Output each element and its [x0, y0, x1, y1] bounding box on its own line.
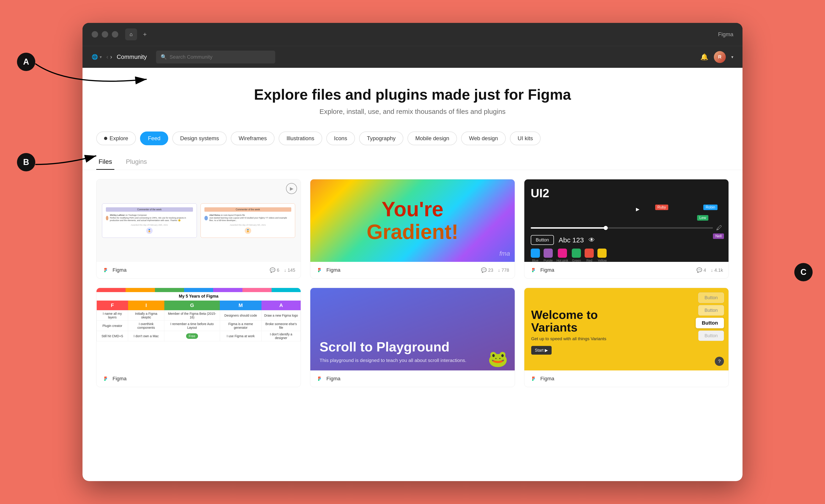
figma-logo-gradient — [316, 266, 323, 274]
ruby-badge: Ruby — [655, 204, 668, 210]
forward-button[interactable]: › — [110, 53, 112, 61]
start-button[interactable]: Start ▶ — [531, 346, 551, 355]
bingo-cell: Initially a Figma skeptic — [128, 311, 164, 321]
comment-icon: 💬 — [270, 267, 276, 273]
filter-design-systems-button[interactable]: Design systems — [172, 132, 227, 145]
nav-bar: 🌐 ▾ ‹ › Community 🔍 🔔 R ▾ — [82, 46, 743, 68]
filter-illustrations-button[interactable]: Illustrations — [279, 132, 322, 145]
back-button[interactable]: ‹ — [106, 53, 108, 61]
title-bar: ⌂ + Figma — [82, 23, 743, 46]
variant-button-ghost-2: Button — [698, 305, 724, 316]
download-count-gradient: 778 — [502, 268, 509, 273]
variant-button-ghost-3: Button — [698, 331, 724, 341]
download-stat-gradient: ↓ 778 — [498, 268, 509, 273]
window-control-minimize[interactable] — [102, 31, 108, 37]
bingo-cell: I overthink components — [128, 321, 164, 331]
download-icon-ui2: ↓ — [710, 268, 713, 273]
help-button[interactable]: ? — [715, 357, 724, 366]
bingo-free-cell: Free — [164, 331, 220, 341]
hero-section: Explore files and plugins made just for … — [82, 68, 743, 127]
card-footer-ui2: Figma 💬 4 ↓ 4.1k — [524, 262, 729, 278]
variants-title: Welcome to Variants — [531, 309, 646, 334]
annotation-a: A — [17, 53, 35, 71]
figma-logo-ui2 — [530, 266, 537, 274]
file-card-gradient[interactable]: You're Gradient! fma — [310, 179, 515, 278]
download-stat: ↓ 145 — [284, 268, 295, 273]
table-row: Plugin creator I overthink components I … — [97, 321, 301, 331]
card-footer-variants: Figma — [524, 370, 729, 387]
bingo-cell: I name all my layers — [97, 311, 128, 321]
annotation-b: B — [17, 153, 35, 171]
variant-button-solid: Button — [696, 318, 724, 328]
bingo-cell: Draw a new Figma logo — [261, 311, 300, 321]
window-control-maximize[interactable] — [112, 31, 118, 37]
filter-web-design-button[interactable]: Web design — [461, 132, 506, 145]
home-icon: ⌂ — [130, 31, 133, 37]
search-bar[interactable]: 🔍 — [156, 51, 275, 64]
card-preview-gradient: You're Gradient! fma — [310, 179, 515, 262]
file-card-composer[interactable]: ▶ Commenter of the week Shirley Lathner … — [96, 179, 301, 278]
comment-count: 6 — [277, 268, 279, 273]
card-preview-bingo: My 5 Years of Figma F I G M A — [96, 288, 301, 370]
card-stats-composer: 💬 6 ↓ 145 — [270, 267, 295, 273]
variants-subtitle: Get up to speed with all things Variants — [531, 336, 646, 341]
window-control-close[interactable] — [92, 31, 98, 37]
figma-logo-scroll — [316, 375, 323, 383]
nav-right: 🔔 R ▾ — [700, 51, 733, 63]
filter-icons-button[interactable]: Icons — [326, 132, 355, 145]
tab-files[interactable]: Files — [96, 154, 115, 170]
play-button[interactable]: ▶ — [286, 183, 297, 194]
card-author-composer: Figma — [112, 267, 267, 273]
filter-mobile-design-button[interactable]: Mobile design — [407, 132, 457, 145]
ui2-button: Button — [531, 235, 554, 245]
file-card-ui2[interactable]: UI2 ▶ Ruby Robin Lew 🖊 — [524, 179, 729, 278]
file-card-bingo[interactable]: My 5 Years of Figma F I G M A — [96, 288, 301, 387]
globe-button[interactable]: 🌐 ▾ — [92, 54, 102, 60]
notification-bell-icon[interactable]: 🔔 — [700, 53, 708, 61]
gradient-line1: You're — [367, 198, 458, 221]
gradient-overlay: You're Gradient! — [310, 179, 515, 262]
card-preview-composer: ▶ Commenter of the week Shirley Lathner … — [96, 179, 301, 262]
hero-subtitle: Explore, install, use, and remix thousan… — [92, 108, 733, 115]
explore-label: Explore — [109, 135, 128, 142]
bingo-cell: Member of the Figma Beta (2015-16) — [164, 311, 220, 321]
search-input[interactable] — [169, 54, 271, 60]
hero-title: Explore files and plugins made just for … — [92, 86, 733, 103]
avatar[interactable]: R — [714, 51, 726, 63]
bingo-table: F I G M A I name all my layers Initially… — [96, 301, 301, 341]
filter-typography-button[interactable]: Typography — [359, 132, 403, 145]
download-stat-ui2: ↓ 4.1k — [710, 268, 723, 273]
scroll-subtitle: This playground is designed to teach you… — [319, 357, 505, 363]
card-footer-composer: Figma 💬 6 ↓ 145 — [96, 262, 301, 278]
nell-badge: Nell — [713, 234, 724, 239]
nav-arrows: ‹ › — [106, 53, 112, 61]
globe-caret: ▾ — [100, 55, 102, 60]
card-author-gradient: Figma — [326, 267, 478, 273]
filter-section: Explore Feed Design systems Wireframes I… — [82, 127, 743, 154]
scroll-title: Scroll to Playground — [319, 339, 505, 354]
comment-stat-ui2: 💬 4 — [696, 267, 706, 273]
file-card-variants[interactable]: Button Button Button Button Welcome to V… — [524, 288, 729, 387]
pen-icon: 🖊 — [716, 224, 722, 231]
filter-wireframes-button[interactable]: Wireframes — [231, 132, 275, 145]
tab-plugins[interactable]: Plugins — [124, 154, 149, 170]
breadcrumb: Community — [117, 53, 147, 61]
home-button[interactable]: ⌂ — [125, 28, 137, 40]
card-stats-gradient: 💬 23 ↓ 778 — [481, 267, 509, 273]
bingo-cell: I don't identify a designer — [261, 331, 300, 341]
filter-explore-button[interactable]: Explore — [96, 132, 136, 145]
card-footer-bingo: Figma — [96, 370, 301, 387]
figma-logo — [102, 266, 109, 274]
new-tab-button[interactable]: + — [141, 31, 149, 38]
download-count-ui2: 4.1k — [714, 268, 723, 273]
gradient-line2: Gradient! — [367, 221, 458, 243]
file-card-scroll[interactable]: Scroll to Playground This playground is … — [310, 288, 515, 387]
filter-ui-kits-button[interactable]: UI kits — [510, 132, 541, 145]
filter-feed-button[interactable]: Feed — [140, 132, 168, 145]
avatar-caret-icon[interactable]: ▾ — [731, 55, 733, 60]
content-tabs: Files Plugins — [82, 154, 743, 170]
tab-bar: ⌂ + — [125, 28, 718, 40]
card-preview-variants: Button Button Button Button Welcome to V… — [524, 288, 729, 370]
figma-logo-bingo — [102, 375, 109, 383]
comment-stat-gradient: 💬 23 — [481, 267, 493, 273]
